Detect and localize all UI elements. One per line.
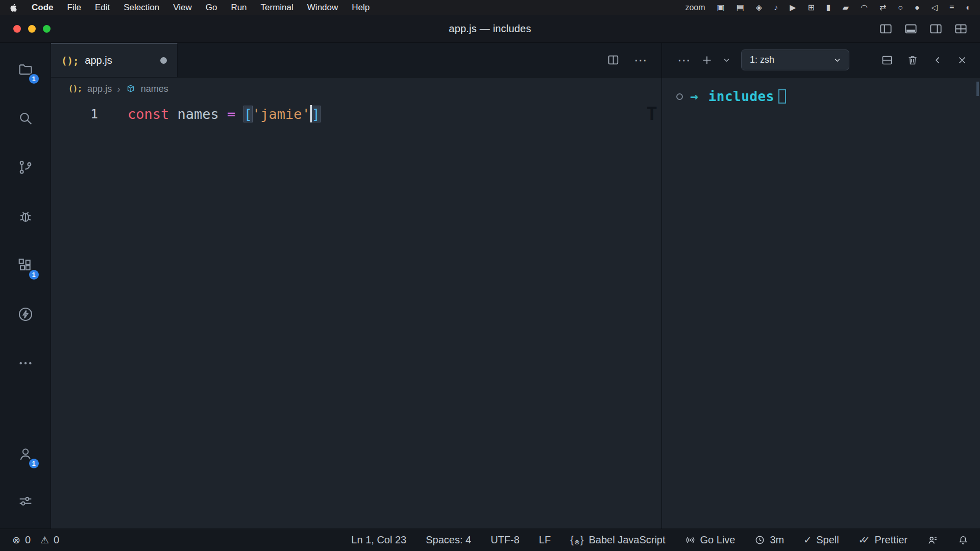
menubar-item[interactable]: Help (352, 3, 370, 13)
display-icon[interactable]: ▤ (737, 3, 744, 12)
breadcrumb-symbol[interactable]: names (141, 84, 168, 94)
errors-warnings-status[interactable]: ⊗ 0 ⚠ 0 (12, 534, 59, 546)
eol-status[interactable]: LF (539, 534, 551, 546)
breadcrumb-file[interactable]: app.js (87, 84, 112, 94)
close-window-button[interactable] (13, 25, 21, 33)
battery-icon[interactable]: ▮ (826, 3, 831, 12)
tab-bar: (); app.js ⋯ (51, 43, 662, 78)
zoom-window-button[interactable] (43, 25, 51, 33)
bell-icon (958, 535, 969, 546)
customize-layout-icon[interactable] (954, 22, 968, 36)
bug-icon (17, 208, 34, 224)
menubar-item[interactable]: Go (206, 3, 217, 13)
encoding-status[interactable]: UTF-8 (491, 534, 520, 546)
control-toggles-icon[interactable]: ⇄ (879, 3, 886, 12)
spotlight-search-icon[interactable]: ○ (898, 3, 903, 12)
menubar-item[interactable]: Terminal (261, 3, 293, 13)
explorer-view-button[interactable]: 1 (0, 45, 51, 94)
search-icon (17, 110, 34, 127)
code-token: 'jamie' (252, 106, 310, 122)
unsaved-changes-dot[interactable] (160, 57, 167, 64)
live-share-status[interactable] (927, 535, 938, 546)
spell-checker-status[interactable]: ✓ Spell (803, 534, 839, 546)
accounts-button[interactable]: 1 (0, 430, 51, 479)
cursor-position-status[interactable]: Ln 1, Col 23 (351, 534, 406, 546)
volume-icon[interactable]: ◁ (932, 3, 938, 12)
double-check-icon: ✓✓ (859, 534, 870, 546)
terminal-scrollbar[interactable] (976, 82, 979, 96)
code-line-1: 1 const names = ['jamie'] (51, 102, 662, 126)
search-view-button[interactable] (0, 94, 51, 143)
record-icon[interactable]: ● (915, 3, 920, 12)
wifi-icon[interactable]: ◠ (861, 3, 868, 12)
extensions-badge: 1 (28, 269, 40, 281)
prompt-status-circle-icon (676, 93, 683, 100)
new-terminal-icon[interactable] (701, 54, 713, 66)
siri-icon[interactable]: ◐ (966, 3, 971, 12)
zoom-app-label[interactable]: zoom (685, 3, 705, 12)
code-token: ] (312, 106, 320, 122)
code-editor[interactable]: 1 const names = ['jamie'] T (51, 100, 662, 529)
manage-settings-button[interactable] (0, 479, 51, 523)
code-line-content: const names = ['jamie'] (128, 105, 320, 122)
kill-terminal-trash-icon[interactable] (906, 54, 919, 66)
play-icon[interactable]: ▶ (790, 3, 796, 12)
notifications-status[interactable] (958, 535, 969, 546)
apple-menu-icon[interactable] (9, 3, 18, 13)
error-count: 0 (25, 534, 31, 546)
shell-select-label: 1: zsh (750, 55, 774, 65)
music-icon[interactable]: ♪ (774, 3, 778, 12)
prompt-arrow: → (690, 89, 698, 104)
tab-app-js[interactable]: (); app.js (51, 43, 178, 77)
accounts-badge: 1 (28, 458, 40, 469)
menubar-item[interactable]: Selection (124, 3, 159, 13)
toggle-primary-sidebar-icon[interactable] (879, 22, 893, 36)
split-terminal-icon[interactable] (881, 54, 893, 66)
timer-status[interactable]: 3m (754, 534, 784, 546)
prettier-status[interactable]: ✓✓ Prettier (859, 534, 908, 546)
menubar-item[interactable]: Window (307, 3, 338, 13)
additional-views-button[interactable] (0, 339, 51, 388)
explorer-badge: 1 (28, 73, 40, 85)
breadcrumb-separator: › (117, 83, 120, 95)
menubar-item[interactable]: View (173, 3, 192, 13)
person-lines-icon (927, 535, 938, 546)
macos-menubar: CodeFileEditSelectionViewGoRunTerminalWi… (0, 0, 980, 15)
toggle-panel-icon[interactable] (904, 22, 918, 36)
menubar-item[interactable]: Run (231, 3, 247, 13)
editor-group: (); app.js ⋯ (); app.js › names 1 (51, 43, 662, 529)
menu-list-icon[interactable]: ≡ (949, 3, 954, 12)
minimap[interactable]: T (645, 104, 658, 123)
lightning-bolt-icon (17, 306, 34, 322)
terminal-shell-select[interactable]: 1: zsh (741, 49, 849, 70)
warning-icon: ⚠ (40, 534, 49, 546)
javascript-file-icon: (); (61, 55, 79, 66)
menubar-item[interactable]: Code (32, 3, 54, 13)
activity-bar: 1 1 (0, 43, 51, 529)
battery-charge-icon[interactable]: ▰ (843, 3, 849, 12)
minimize-window-button[interactable] (28, 25, 36, 33)
screen-mirroring-icon[interactable]: ▣ (717, 3, 725, 12)
language-mode-status[interactable]: {⊗} Babel JavaScript (570, 534, 665, 546)
code-token (219, 106, 227, 122)
source-control-view-button[interactable] (0, 143, 51, 192)
menubar-item[interactable]: File (67, 3, 81, 13)
new-terminal-dropdown-icon[interactable] (722, 56, 731, 64)
go-live-status[interactable]: Go Live (685, 534, 736, 546)
lightning-extension-button[interactable] (0, 290, 51, 339)
close-panel-icon[interactable] (957, 55, 968, 66)
settings-sliders-icon (17, 493, 34, 509)
indentation-status[interactable]: Spaces: 4 (426, 534, 471, 546)
terminal-panel: ⋯ 1: zsh (662, 43, 980, 529)
chevron-left-icon[interactable] (932, 55, 943, 66)
menubar-item[interactable]: Edit (95, 3, 110, 13)
extensions-view-button[interactable]: 1 (0, 241, 51, 290)
javascript-file-icon: (); (68, 84, 82, 93)
stage-manager-icon[interactable]: ◈ (756, 3, 762, 12)
split-editor-icon[interactable] (607, 54, 620, 66)
run-debug-view-button[interactable] (0, 192, 51, 241)
toggle-secondary-sidebar-icon[interactable] (929, 22, 943, 36)
window-grid-icon[interactable]: ⊞ (807, 3, 814, 12)
terminal-output[interactable]: → includes (662, 78, 980, 104)
menubar-items: CodeFileEditSelectionViewGoRunTerminalWi… (32, 3, 370, 13)
